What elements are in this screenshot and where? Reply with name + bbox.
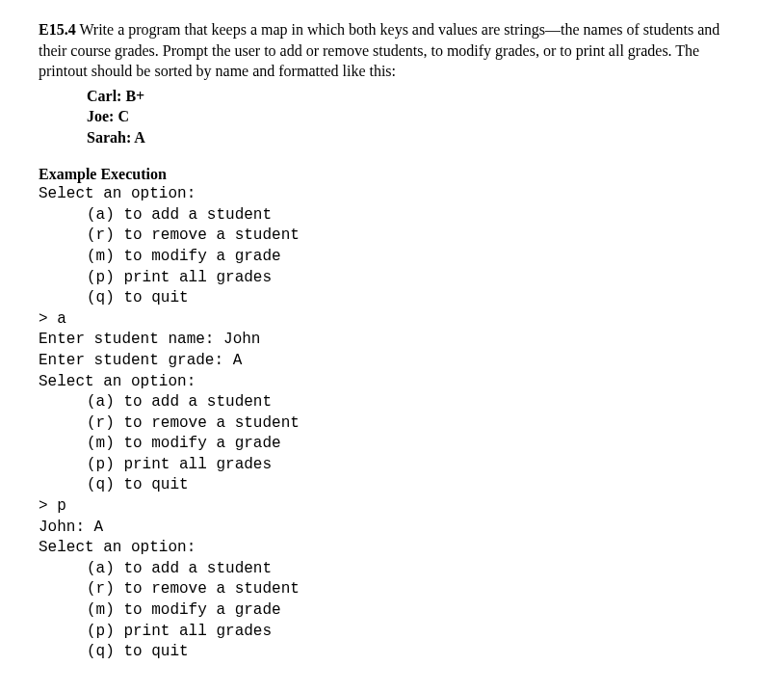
execution-line: (r) to remove a student [87, 413, 745, 435]
execution-line: (m) to modify a grade [87, 247, 745, 268]
format-example-2: Joe: C [87, 106, 745, 127]
execution-line: (a) to add a student [87, 392, 745, 413]
execution-block: Select an option:(a) to add a student(r)… [39, 184, 745, 663]
execution-line: Select an option: [39, 372, 745, 393]
execution-line: John: A [39, 518, 745, 539]
problem-label: E15.4 [39, 21, 76, 38]
execution-heading: Example Execution [39, 164, 745, 185]
execution-line: (r) to remove a student [87, 579, 745, 600]
execution-line: > p [39, 496, 745, 518]
execution-line: (a) to add a student [87, 205, 745, 226]
execution-line: Enter student name: John [39, 330, 745, 351]
execution-line: (m) to modify a grade [87, 434, 745, 455]
execution-line: Enter student grade: A [39, 351, 745, 372]
problem-body: Write a program that keeps a map in whic… [39, 21, 719, 79]
execution-line: > a [39, 309, 745, 331]
execution-line: (p) print all grades [87, 268, 745, 289]
execution-line: (m) to modify a grade [87, 600, 745, 622]
execution-line: Select an option: [39, 538, 745, 559]
format-example-3: Sarah: A [87, 127, 745, 148]
execution-line: (q) to quit [87, 475, 745, 496]
execution-line: (a) to add a student [87, 559, 745, 580]
execution-line: Select an option: [39, 184, 745, 205]
problem-statement: E15.4 Write a program that keeps a map i… [39, 19, 745, 82]
format-example-1: Carl: B+ [87, 86, 745, 107]
execution-line: (q) to quit [87, 642, 745, 663]
execution-line: (p) print all grades [87, 455, 745, 476]
execution-line: (r) to remove a student [87, 226, 745, 247]
execution-line: (q) to quit [87, 288, 745, 309]
execution-line: (p) print all grades [87, 622, 745, 643]
